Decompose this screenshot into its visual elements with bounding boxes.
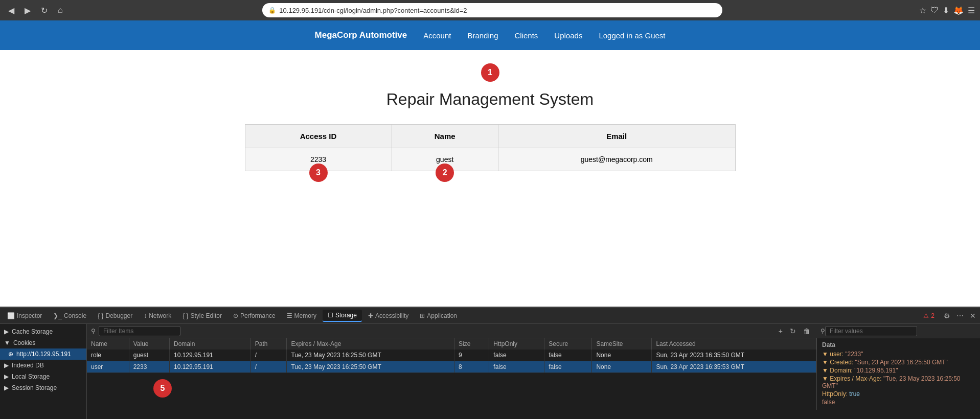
filter-items-input[interactable] — [99, 326, 180, 336]
menu-icon[interactable]: ☰ — [968, 6, 975, 15]
console-icon: ❯_ — [53, 312, 62, 319]
data-panel-header: Data — [822, 341, 975, 348]
sidebar-indexed-db[interactable]: ▶ Indexed DB — [0, 360, 86, 371]
tab-application-label: Application — [427, 312, 457, 319]
debugger-icon: { } — [98, 312, 103, 319]
tab-performance[interactable]: ⊙ Performance — [228, 310, 281, 321]
cookie-row[interactable]: user223310.129.95.191/Tue, 23 May 2023 1… — [87, 361, 816, 373]
nav-branding[interactable]: Branding — [467, 31, 498, 40]
badge-2: 2 — [436, 164, 454, 182]
main-content: 1 Repair Management System Access ID Nam… — [0, 50, 980, 306]
devtools-panel: ⬜ Inspector ❯_ Console { } Debugger ↕ Ne… — [0, 307, 980, 419]
cell-name: guest 2 — [392, 148, 498, 171]
devtools-status: ⚠ 2 — [919, 312, 939, 319]
filter-values-icon: ⚲ — [821, 328, 825, 335]
cookie-row[interactable]: roleguest10.129.95.191/Tue, 23 May 2023 … — [87, 350, 816, 361]
data-entry: ▼ Domain: "10.129.95.191" — [822, 367, 975, 374]
extensions-icon[interactable]: 🛡 — [930, 6, 939, 15]
col-cookie-expires: Expires / Max-Age — [287, 338, 454, 350]
data-value: true — [849, 390, 860, 398]
col-name: Name — [392, 125, 498, 148]
devtools-sidebar: ▶ Cache Storage ▼ Cookies ⊕ http://10.12… — [0, 324, 87, 419]
browser-chrome: ◀ ▶ ↻ ⌂ 🔒 10.129.95.191/cdn-cgi/login/ad… — [0, 0, 980, 20]
nav-reload-button[interactable]: ↻ — [38, 4, 51, 17]
tab-memory[interactable]: ☰ Memory — [282, 310, 322, 321]
sidebar-cookies[interactable]: ▼ Cookies — [0, 337, 86, 348]
tab-style-editor[interactable]: { } Style Editor — [177, 310, 227, 321]
col-cookie-path: Path — [250, 338, 287, 350]
cell-email: guest@megacorp.com — [498, 148, 735, 171]
devtools-settings-button[interactable]: ⚙ — [942, 311, 952, 321]
tab-debugger[interactable]: { } Debugger — [93, 310, 138, 321]
data-plain: false — [822, 399, 835, 406]
session-storage-label: Session Storage — [12, 384, 57, 391]
col-cookie-domain: Domain — [169, 338, 250, 350]
tab-storage-label: Storage — [335, 312, 357, 319]
data-entry: ▼ Expires / Max-Age: "Tue, 23 May 2023 1… — [822, 375, 975, 389]
brand-link[interactable]: MegaCorp Automotive — [315, 30, 407, 40]
sidebar-cache-storage[interactable]: ▶ Cache Storage — [0, 326, 86, 337]
session-storage-expand-icon: ▶ — [4, 384, 9, 391]
nav-clients[interactable]: Clients — [514, 31, 538, 40]
tab-performance-label: Performance — [240, 312, 276, 319]
address-bar[interactable]: 🔒 10.129.95.191/cdn-cgi/login/admin.php?… — [262, 3, 722, 17]
nav-home-button[interactable]: ⌂ — [55, 4, 66, 17]
badge-5: 5 — [153, 379, 172, 398]
devtools-body: ▶ Cache Storage ▼ Cookies ⊕ http://10.12… — [0, 324, 980, 419]
firefox-icon[interactable]: 🦊 — [953, 6, 964, 15]
col-access-id: Access ID — [245, 125, 392, 148]
nav-forward-button[interactable]: ▶ — [21, 4, 34, 17]
data-value: "2233" — [845, 351, 863, 358]
tab-network-label: Network — [149, 312, 171, 319]
cookies-table-container: Name Value Domain Path Expires / Max-Age… — [87, 338, 816, 419]
col-cookie-httponly: HttpOnly — [489, 338, 544, 350]
indexed-db-label: Indexed DB — [12, 362, 44, 369]
accessibility-icon: ✚ — [368, 312, 373, 319]
bookmark-icon[interactable]: ☆ — [919, 6, 926, 15]
sidebar-cookies-domain[interactable]: ⊕ http://10.129.95.191 — [0, 348, 86, 360]
refresh-cookies-button[interactable]: ↻ — [788, 326, 798, 336]
badge-3: 3 — [309, 164, 328, 182]
data-key: ▼ user: — [822, 351, 845, 358]
tab-inspector-label: Inspector — [17, 312, 42, 319]
devtools-close-button[interactable]: ✕ — [968, 311, 978, 321]
add-cookie-button[interactable]: + — [777, 326, 785, 336]
tab-accessibility[interactable]: ✚ Accessibility — [363, 310, 414, 321]
tab-network[interactable]: ↕ Network — [139, 310, 176, 321]
sidebar-session-storage[interactable]: ▶ Session Storage — [0, 382, 86, 393]
cookies-toolbar: ⚲ 4 + ↻ 🗑 — [87, 324, 816, 338]
performance-icon: ⊙ — [233, 312, 238, 319]
cookies-expand-icon: ▼ — [4, 339, 10, 346]
nav-logged-in: Logged in as Guest — [599, 31, 665, 40]
data-entry: false — [822, 399, 975, 406]
error-icon: ⚠ — [923, 312, 929, 319]
table-row: 2233 3 guest 2 guest@megacorp.com — [245, 148, 735, 171]
tab-console[interactable]: ❯_ Console — [48, 310, 92, 321]
filter-values-input[interactable] — [825, 326, 917, 336]
nav-account[interactable]: Account — [423, 31, 451, 40]
download-icon[interactable]: ⬇ — [943, 6, 949, 15]
cookies-domain-label: http://10.129.95.191 — [16, 351, 71, 358]
devtools-more-button[interactable]: ⋯ — [954, 311, 966, 321]
data-table-wrapper: Access ID Name Email 2233 3 guest 2 — [245, 124, 736, 171]
delete-cookie-button[interactable]: 🗑 — [801, 326, 812, 336]
cookies-domain-icon: ⊕ — [8, 351, 13, 358]
local-storage-expand-icon: ▶ — [4, 373, 9, 380]
data-key: HttpOnly: — [822, 390, 849, 398]
sidebar-local-storage[interactable]: ▶ Local Storage — [0, 371, 86, 382]
storage-icon: ☐ — [328, 312, 333, 319]
col-cookie-secure: Secure — [544, 338, 592, 350]
inspector-icon: ⬜ — [7, 312, 15, 319]
tab-inspector[interactable]: ⬜ Inspector — [2, 310, 47, 321]
filter-icon: ⚲ — [91, 328, 96, 335]
app-nav: MegaCorp Automotive Account Branding Cli… — [0, 20, 980, 50]
nav-back-button[interactable]: ◀ — [5, 4, 17, 17]
tab-storage[interactable]: ☐ Storage — [323, 310, 362, 322]
network-icon: ↕ — [144, 312, 147, 319]
nav-uploads[interactable]: Uploads — [554, 31, 582, 40]
local-storage-label: Local Storage — [12, 373, 50, 380]
url-text: 10.129.95.191/cdn-cgi/login/admin.php?co… — [279, 7, 467, 14]
col-cookie-last-accessed: Last Accessed — [652, 338, 816, 350]
tab-application[interactable]: ⊞ Application — [415, 310, 462, 321]
devtools-tabs: ⬜ Inspector ❯_ Console { } Debugger ↕ Ne… — [0, 308, 980, 324]
